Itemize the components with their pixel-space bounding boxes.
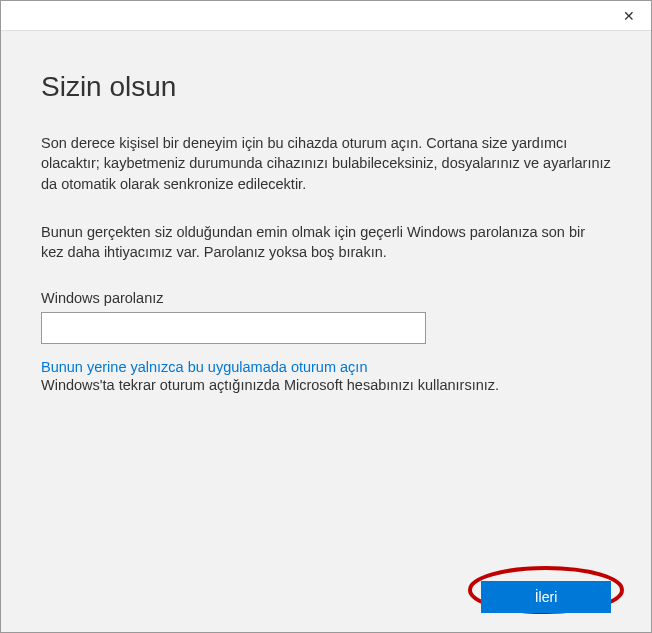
next-button[interactable]: İleri xyxy=(481,581,611,613)
dialog-window: ✕ Sizin olsun Son derece kişisel bir den… xyxy=(0,0,652,633)
account-note: Windows'ta tekrar oturum açtığınızda Mic… xyxy=(41,377,611,393)
sign-in-app-only-link[interactable]: Bunun yerine yalnızca bu uygulamada otur… xyxy=(41,359,367,375)
close-icon: ✕ xyxy=(623,8,635,24)
password-label: Windows parolanız xyxy=(41,290,611,306)
page-title: Sizin olsun xyxy=(41,71,611,103)
instruction-paragraph: Bunun gerçekten siz olduğundan emin olma… xyxy=(41,222,611,263)
close-button[interactable]: ✕ xyxy=(606,1,651,31)
titlebar: ✕ xyxy=(1,1,651,31)
dialog-content: Sizin olsun Son derece kişisel bir deney… xyxy=(1,31,651,562)
password-input[interactable] xyxy=(41,312,426,344)
intro-paragraph: Son derece kişisel bir deneyim için bu c… xyxy=(41,133,611,194)
dialog-footer: İleri xyxy=(1,562,651,632)
